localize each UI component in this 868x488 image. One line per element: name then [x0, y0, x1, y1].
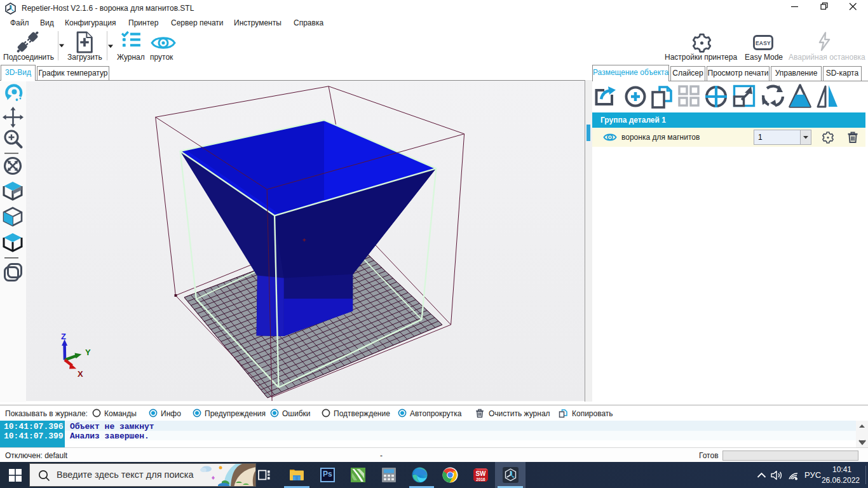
svg-text:Y: Y [85, 348, 91, 357]
svg-text:X: X [78, 369, 83, 379]
svg-text:EASY: EASY [756, 40, 771, 46]
svg-text:2016: 2016 [476, 477, 485, 482]
svg-text:Z: Z [61, 332, 66, 341]
svg-text:SW: SW [475, 470, 486, 477]
